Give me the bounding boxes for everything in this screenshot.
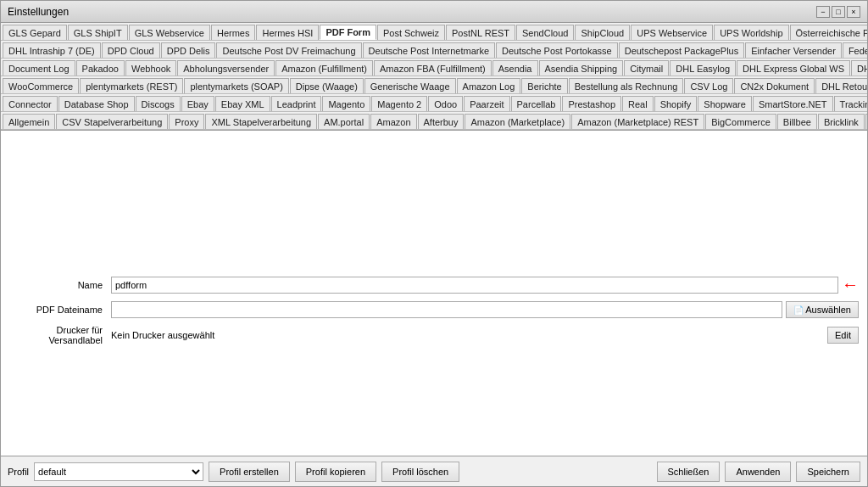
tab-dhl-retoure[interactable]: DHL Retoure <box>815 78 867 93</box>
tab-dhl-easylog[interactable]: DHL Easylog <box>670 60 736 76</box>
tab-asendia-shipping[interactable]: Asendia Shipping <box>539 60 624 76</box>
tab-shipcloud[interactable]: ShipCloud <box>575 25 630 40</box>
tab-dpost-dv[interactable]: Deutsche Post DV Freimachung <box>216 42 361 58</box>
tab-postnl-rest[interactable]: PostNL REST <box>446 25 515 40</box>
profil-erstellen-button[interactable]: Profil erstellen <box>209 462 290 482</box>
tab-shopware[interactable]: Shopware <box>698 96 752 111</box>
maximize-button[interactable]: □ <box>832 6 845 18</box>
tab-dpost-packageplus[interactable]: Deutschepost PackagePlus <box>619 42 745 58</box>
tab-pdf-form[interactable]: PDF Form <box>320 25 376 40</box>
name-label: Name <box>9 280 111 290</box>
tab-parcellab[interactable]: Parcellab <box>511 96 562 111</box>
speichern-button[interactable]: Speichern <box>796 462 860 482</box>
tab-asendia[interactable]: Asendia <box>492 60 538 76</box>
tab-plentymarkets-rest[interactable]: plentymarkets (REST) <box>80 78 183 93</box>
tab-post-schweiz[interactable]: Post Schweiz <box>377 25 445 40</box>
profil-loschen-button[interactable]: Profil löschen <box>381 462 459 482</box>
tab-leadprint[interactable]: Leadprint <box>271 96 322 111</box>
tab-database-shop[interactable]: Database Shop <box>58 96 135 111</box>
name-input[interactable]: pdfform <box>111 277 838 294</box>
tab-bestellung-als-rechnung[interactable]: Bestellung als Rechnung <box>569 78 684 93</box>
tab-abholungsversender[interactable]: Abholungsversender <box>177 60 275 76</box>
tab-pakadoo[interactable]: Pakadoo <box>76 60 125 76</box>
tab-billbee[interactable]: Billbee <box>777 114 817 129</box>
tab-csv-stapel[interactable]: CSV Stapelverarbeitung <box>56 114 168 129</box>
tab-ebay[interactable]: Ebay <box>181 96 214 111</box>
title-bar: Einstellungen − □ × <box>1 1 867 23</box>
tab-row-1: GLS Gepard GLS ShipIT GLS Webservice Her… <box>1 23 867 41</box>
tab-oesterreichische-post[interactable]: Österreichische Post <box>790 25 867 40</box>
profil-kopieren-button[interactable]: Profil kopieren <box>295 462 376 482</box>
tab-amazon-marketplace-rest[interactable]: Amazon (Marketplace) REST <box>571 114 704 129</box>
auswahlen-button[interactable]: 📄 Auswählen <box>786 301 859 318</box>
tab-dpost-portokasse[interactable]: Deutsche Post Portokasse <box>496 42 618 58</box>
tab-fedex-webservice[interactable]: Fedex Webservice <box>843 42 867 58</box>
tab-dpd-delis[interactable]: DPD Delis <box>161 42 216 58</box>
title-bar-controls: − □ × <box>816 6 860 18</box>
tab-discogs[interactable]: Discogs <box>136 96 181 111</box>
tab-document-log[interactable]: Document Log <box>3 60 75 76</box>
tab-amportal[interactable]: AM.portal <box>318 114 370 129</box>
tab-dhl-geschaeft[interactable]: DHL Geschäftskundenversand <box>851 60 867 76</box>
tab-row-3: Document Log Pakadoo Webhook Abholungsve… <box>1 59 867 76</box>
tab-dhl-express-global[interactable]: DHL Express Global WS <box>737 60 850 76</box>
tab-real[interactable]: Real <box>622 96 654 111</box>
tab-gls-webservice[interactable]: GLS Webservice <box>129 25 210 40</box>
tab-amazon-log[interactable]: Amazon Log <box>457 78 521 93</box>
tab-amazon-marketplace[interactable]: Amazon (Marketplace) <box>465 114 570 129</box>
tab-dipse-waage[interactable]: Dipse (Waage) <box>290 78 364 93</box>
tab-gls-gepard[interactable]: GLS Gepard <box>3 25 67 40</box>
tab-brickowi[interactable]: Brickowi <box>865 114 867 129</box>
tab-allgemein[interactable]: Allgemein <box>3 114 55 129</box>
tab-cn2x-dokument[interactable]: CN2x Dokument <box>734 78 815 93</box>
tab-proxy[interactable]: Proxy <box>169 114 204 129</box>
tab-woocommerce[interactable]: WooCommerce <box>3 78 79 93</box>
tab-generische-waage[interactable]: Generische Waage <box>364 78 456 93</box>
tab-plentymarkets-soap[interactable]: plentymarkets (SOAP) <box>184 78 288 93</box>
tab-paarzeit[interactable]: Paarzeit <box>464 96 509 111</box>
pdf-dateiname-input[interactable] <box>111 301 782 318</box>
minimize-button[interactable]: − <box>816 6 830 18</box>
tab-smartstore[interactable]: SmartStore.NET <box>753 96 833 111</box>
schliessen-button[interactable]: Schließen <box>657 462 721 482</box>
tab-gls-shipit[interactable]: GLS ShipIT <box>68 25 128 40</box>
profile-select[interactable]: default <box>34 462 203 481</box>
tab-dhl-intraship[interactable]: DHL Intraship 7 (DE) <box>3 42 101 58</box>
tab-amazon-fba[interactable]: Amazon FBA (Fulfillment) <box>374 60 492 76</box>
tab-magento[interactable]: Magento <box>322 96 370 111</box>
tab-shopify[interactable]: Shopify <box>654 96 698 111</box>
tab-ebay-xml[interactable]: Ebay XML <box>215 96 270 111</box>
tab-amazon-fulfillment[interactable]: Amazon (Fulfillment) <box>275 60 373 76</box>
tab-magento2[interactable]: Magento 2 <box>371 96 427 111</box>
tab-prestashop[interactable]: Prestashop <box>562 96 621 111</box>
tab-odoo[interactable]: Odoo <box>428 96 463 111</box>
tab-sendcloud[interactable]: SendCloud <box>516 25 574 40</box>
edit-button[interactable]: Edit <box>827 327 859 344</box>
close-button[interactable]: × <box>847 6 860 18</box>
form-section: Name pdfform ← PDF Dateiname 📄 Auswählen <box>9 275 859 345</box>
tab-ups-webservice[interactable]: UPS Webservice <box>631 25 713 40</box>
tab-csv-log[interactable]: CSV Log <box>684 78 733 93</box>
tab-dpd-cloud[interactable]: DPD Cloud <box>102 42 160 58</box>
tab-row-5: Connector Database Shop Discogs Ebay Eba… <box>1 94 867 112</box>
tab-einfacher-versender[interactable]: Einfacher Versender <box>745 42 842 58</box>
anwenden-button[interactable]: Anwenden <box>725 462 791 482</box>
drucker-label: Drucker für Versandlabel <box>9 325 111 345</box>
tab-afterbuy[interactable]: Afterbuy <box>418 114 465 129</box>
tab-citymail[interactable]: Citymail <box>624 60 669 76</box>
tab-ups-worldship[interactable]: UPS Worldship <box>714 25 788 40</box>
tab-xml-stapel[interactable]: XML Stapelverarbeitung <box>205 114 317 129</box>
tab-connector[interactable]: Connector <box>3 96 58 111</box>
tab-bigcommerce[interactable]: BigCommerce <box>705 114 776 129</box>
tab-hermes[interactable]: Hermes <box>211 25 256 40</box>
drucker-row: Drucker für Versandlabel Kein Drucker au… <box>9 325 859 345</box>
tab-webhook[interactable]: Webhook <box>125 60 176 76</box>
tab-bricklink[interactable]: Bricklink <box>818 114 865 129</box>
tab-hermes-hsi[interactable]: Hermes HSI <box>256 25 319 40</box>
file-icon: 📄 <box>793 305 804 315</box>
tab-dpost-internetmarke[interactable]: Deutsche Post Internetmarke <box>363 42 495 58</box>
tab-trackingportal[interactable]: Trackingportal <box>834 96 867 111</box>
tab-berichte[interactable]: Berichte <box>521 78 567 93</box>
bottom-bar: Profil default Profil erstellen Profil k… <box>1 456 867 486</box>
tab-amazon[interactable]: Amazon <box>370 114 416 129</box>
